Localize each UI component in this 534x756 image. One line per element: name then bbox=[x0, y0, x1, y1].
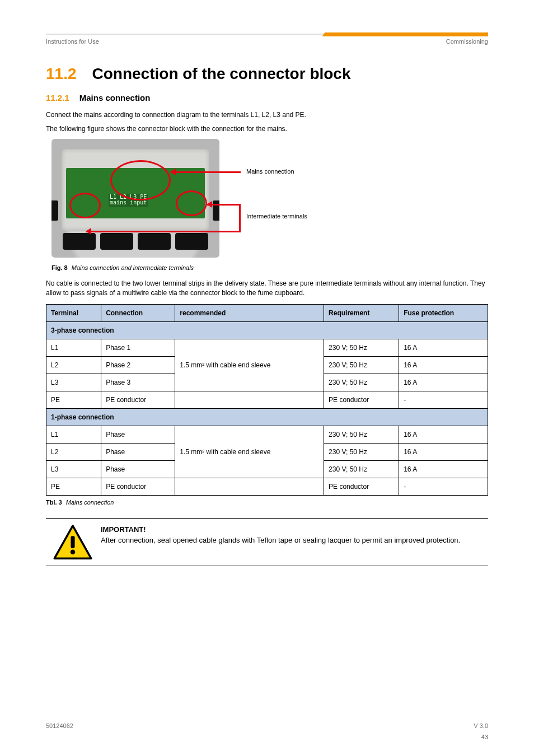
note-heading: IMPORTANT! bbox=[101, 524, 460, 535]
table-row: L1 Phase 1 1.5 mm² with cable end sleeve… bbox=[46, 339, 488, 356]
footer-version: V 3.0 bbox=[474, 722, 488, 729]
figure-caption-text: Mains connection and intermediate termin… bbox=[72, 264, 194, 271]
section-number: 11.2 bbox=[46, 65, 77, 83]
subsection-number: 11.2.1 bbox=[46, 93, 69, 102]
subsection-heading: 11.2.1 Mains connection bbox=[46, 93, 488, 102]
table-row: PE PE conductor PE conductor - bbox=[46, 391, 488, 408]
paragraph-1: Connect the mains according to connectio… bbox=[46, 110, 488, 120]
arrow-intermediate-right bbox=[207, 204, 241, 206]
arrow-mains bbox=[171, 171, 241, 173]
table-caption-text: Mains connection bbox=[66, 499, 114, 506]
figure-caption: Fig. 8 Mains connection and intermediate… bbox=[51, 264, 488, 271]
th-fuse: Fuse protection bbox=[399, 304, 488, 321]
header-left: Instructions for Use bbox=[46, 38, 99, 45]
note-body: After connection, seal opened cable glan… bbox=[101, 535, 460, 546]
subsection-title: Mains connection bbox=[79, 93, 151, 102]
warning-icon bbox=[53, 524, 93, 560]
section-heading: 11.2 Connection of the connector block bbox=[46, 65, 488, 83]
arrow-intermediate-left bbox=[86, 231, 241, 232]
figure-connector-block: L1 L2 L3 PE mains input bbox=[51, 139, 242, 262]
table-caption: Tbl. 3 Mains connection bbox=[46, 499, 488, 506]
callout-ellipse-intermediate-left bbox=[69, 193, 101, 218]
note-rule-bottom bbox=[46, 566, 488, 566]
th-recommended: recommended bbox=[175, 304, 324, 321]
callout-label-mains: Mains connection bbox=[246, 168, 294, 175]
group-1phase: 1-phase connection bbox=[46, 408, 488, 426]
page-number: 43 bbox=[481, 734, 488, 740]
important-note: IMPORTANT! After connection, seal opened… bbox=[53, 524, 488, 560]
mains-connection-table: Terminal Connection recommended Requirem… bbox=[46, 304, 488, 496]
callout-ellipse-mains bbox=[110, 160, 171, 200]
section-title: Connection of the connector block bbox=[92, 65, 351, 83]
arrow-join-vertical bbox=[239, 204, 241, 232]
th-requirement: Requirement bbox=[324, 304, 399, 321]
table-number: Tbl. 3 bbox=[46, 499, 62, 506]
group-3phase: 3-phase connection bbox=[46, 321, 488, 339]
table-row: L1 Phase 1.5 mm² with cable end sleeve 2… bbox=[46, 426, 488, 443]
paragraph-3: No cable is connected to the two lower t… bbox=[46, 279, 488, 298]
svg-point-2 bbox=[71, 549, 76, 554]
page-header: Instructions for Use Commissioning bbox=[46, 38, 488, 45]
th-terminal: Terminal bbox=[46, 304, 101, 321]
header-right: Commissioning bbox=[446, 38, 488, 45]
paragraph-2: The following figure shows the connector… bbox=[46, 124, 488, 134]
svg-rect-1 bbox=[71, 536, 74, 548]
note-rule-top bbox=[46, 518, 488, 519]
header-rule bbox=[46, 34, 488, 36]
page-footer: 50124062 V 3.0 bbox=[46, 722, 488, 729]
callout-label-intermediate: Intermediate terminals bbox=[246, 213, 307, 220]
footer-doc-id: 50124062 bbox=[46, 722, 73, 729]
figure-number: Fig. 8 bbox=[51, 264, 68, 271]
th-connection: Connection bbox=[101, 304, 175, 321]
table-row: PE PE conductor PE conductor - bbox=[46, 478, 488, 495]
callout-ellipse-intermediate-right bbox=[176, 190, 207, 216]
pcb-label-line2: mains input bbox=[110, 200, 147, 206]
